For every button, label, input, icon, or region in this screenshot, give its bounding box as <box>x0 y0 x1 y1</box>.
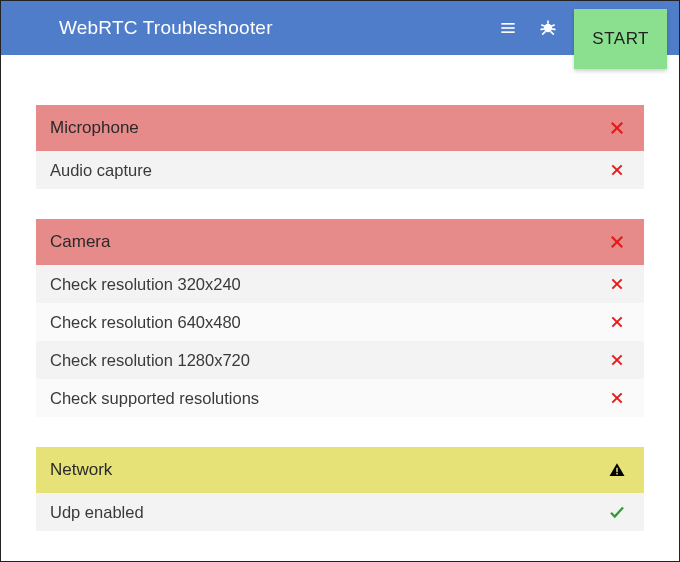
pass-icon <box>606 503 628 521</box>
test-row[interactable]: Check resolution 1280x720 <box>36 341 644 379</box>
start-button[interactable]: START <box>574 9 667 69</box>
svg-line-6 <box>552 25 555 27</box>
bug-icon[interactable] <box>528 8 568 48</box>
test-label: Check resolution 1280x720 <box>50 351 606 370</box>
section-title: Network <box>50 460 606 480</box>
test-row[interactable]: Check supported resolutions <box>36 379 644 417</box>
svg-rect-26 <box>616 473 618 475</box>
section-header-network[interactable]: Network <box>36 447 644 493</box>
fail-icon <box>606 233 628 251</box>
app-toolbar: WebRTC Troubleshooter START <box>1 1 679 55</box>
svg-line-5 <box>542 25 545 27</box>
section-title: Microphone <box>50 118 606 138</box>
section-network: Network Udp enabled <box>36 447 644 531</box>
test-row[interactable]: Audio capture <box>36 151 644 189</box>
section-microphone: Microphone Audio capture <box>36 105 644 189</box>
fail-icon <box>606 314 628 330</box>
svg-line-7 <box>541 29 544 30</box>
svg-line-9 <box>543 31 546 34</box>
fail-icon <box>606 276 628 292</box>
test-label: Check supported resolutions <box>50 389 606 408</box>
svg-line-10 <box>551 31 554 34</box>
svg-line-8 <box>553 29 556 30</box>
app-title: WebRTC Troubleshooter <box>59 17 488 39</box>
menu-icon[interactable] <box>488 8 528 48</box>
warning-icon <box>606 461 628 479</box>
test-label: Check resolution 640x480 <box>50 313 606 332</box>
section-header-camera[interactable]: Camera <box>36 219 644 265</box>
test-label: Udp enabled <box>50 503 606 522</box>
fail-icon <box>606 162 628 178</box>
fail-icon <box>606 119 628 137</box>
test-row[interactable]: Udp enabled <box>36 493 644 531</box>
section-camera: Camera Check resolution 320x240 Check re… <box>36 219 644 417</box>
section-header-microphone[interactable]: Microphone <box>36 105 644 151</box>
section-title: Camera <box>50 232 606 252</box>
start-button-label: START <box>592 29 649 49</box>
svg-rect-25 <box>616 468 618 473</box>
results-content: Microphone Audio capture Camera <box>1 55 679 531</box>
fail-icon <box>606 352 628 368</box>
test-row[interactable]: Check resolution 640x480 <box>36 303 644 341</box>
test-row[interactable]: Check resolution 320x240 <box>36 265 644 303</box>
test-label: Check resolution 320x240 <box>50 275 606 294</box>
fail-icon <box>606 390 628 406</box>
test-label: Audio capture <box>50 161 606 180</box>
